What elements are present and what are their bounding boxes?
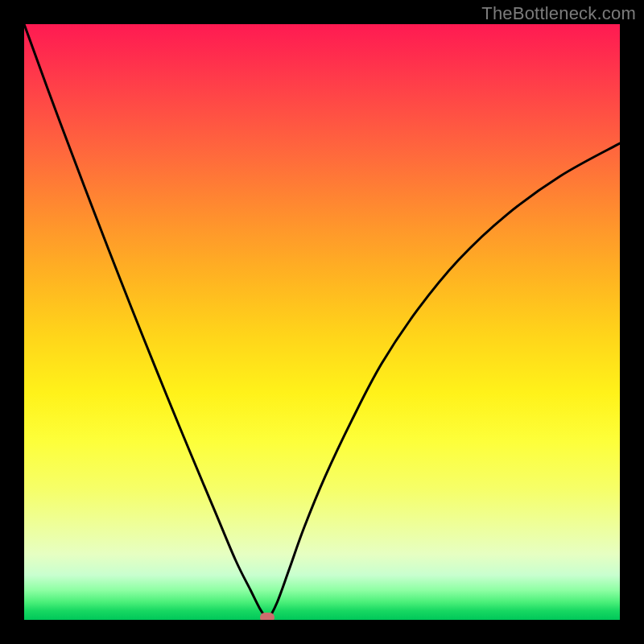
bottleneck-curve (24, 24, 620, 620)
plot-area (24, 24, 620, 620)
watermark-text: TheBottleneck.com (481, 3, 636, 24)
curve-layer (24, 24, 620, 620)
chart-frame: TheBottleneck.com (0, 0, 644, 644)
minimum-marker (260, 613, 275, 620)
